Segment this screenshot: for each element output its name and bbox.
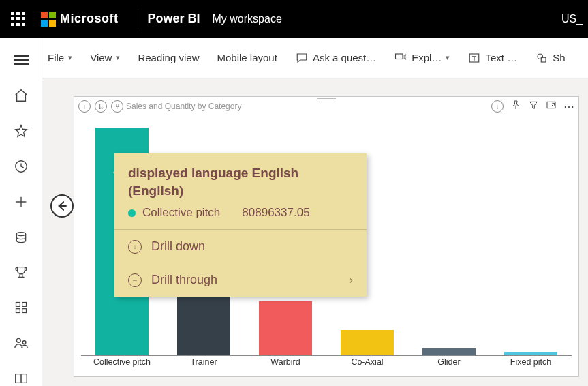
focus-icon[interactable] — [546, 100, 557, 113]
tooltip-title: displayed language English (English) — [128, 164, 353, 199]
file-label: File — [48, 52, 64, 63]
textbox-icon — [467, 52, 481, 64]
bar-fixed-pitch[interactable] — [504, 352, 557, 355]
filter-icon[interactable] — [528, 100, 539, 113]
mobile-label: Mobile layout — [217, 52, 277, 63]
bar-warbird[interactable] — [259, 301, 312, 355]
file-menu[interactable]: File▾ — [48, 52, 72, 63]
drill-down-action[interactable]: ↓ Drill down — [114, 230, 367, 263]
tooltip-series-value: 80896337.05 — [242, 206, 309, 220]
drill-mode-icon[interactable]: ↓ — [491, 100, 504, 113]
x-axis-label: Fixed pitch — [490, 357, 572, 372]
mobile-layout-button[interactable]: Mobile layout — [217, 52, 277, 63]
ask-label: Ask a quest… — [313, 52, 376, 63]
shared-icon[interactable] — [13, 336, 29, 351]
shapes-icon — [535, 52, 548, 64]
svg-point-11 — [22, 341, 26, 344]
goals-icon[interactable] — [13, 265, 29, 280]
svg-rect-0 — [41, 12, 48, 18]
svg-rect-6 — [16, 303, 20, 307]
shapes-button[interactable]: Sh — [535, 52, 565, 64]
bar-glider[interactable] — [422, 348, 476, 355]
svg-rect-2 — [41, 20, 48, 27]
more-icon[interactable]: ⋯ — [563, 100, 574, 113]
workspace-name[interactable]: My workspace — [213, 13, 282, 25]
explore-button[interactable]: Expl…▾ — [394, 52, 450, 64]
favorites-icon[interactable] — [13, 123, 29, 138]
drill-all-icon[interactable]: ⇊ — [95, 100, 107, 113]
drill-through-icon: → — [128, 273, 142, 287]
explore-label: Expl… — [412, 52, 442, 63]
svg-rect-1 — [49, 12, 56, 18]
visual-title: Sales and Quantity by Category — [126, 102, 241, 111]
chevron-down-icon: ▾ — [68, 53, 72, 62]
drill-down-icon: ↓ — [128, 240, 142, 254]
recent-icon[interactable] — [13, 159, 29, 174]
datapoint-tooltip: displayed language English (English) Col… — [114, 153, 367, 297]
reading-label: Reading view — [138, 52, 199, 63]
drag-handle[interactable] — [317, 98, 336, 102]
svg-point-10 — [16, 338, 20, 342]
x-axis-label: Collective pitch — [81, 357, 163, 372]
drill-through-action[interactable]: → Drill through › — [114, 263, 367, 297]
svg-point-5 — [16, 232, 25, 235]
x-axis-label: Warbird — [245, 357, 326, 372]
x-axis-label: Trainer — [163, 357, 245, 372]
chevron-right-icon: › — [349, 273, 353, 287]
shapes-label: Sh — [553, 52, 565, 63]
view-menu[interactable]: View▾ — [90, 52, 120, 63]
chat-icon — [295, 52, 309, 64]
apps-icon[interactable] — [13, 300, 29, 315]
microsoft-icon — [41, 12, 56, 27]
ask-question-button[interactable]: Ask a quest… — [295, 52, 376, 64]
microsoft-label: Microsoft — [60, 12, 119, 26]
svg-rect-7 — [22, 303, 26, 307]
reading-view-button[interactable]: Reading view — [138, 52, 199, 63]
user-label[interactable]: US_ — [561, 13, 583, 25]
expand-icon[interactable]: ⑂ — [111, 100, 123, 113]
svg-rect-9 — [22, 309, 26, 313]
drill-down-label: Drill down — [151, 239, 205, 254]
textbox-button[interactable]: Text … — [467, 52, 517, 64]
explore-icon — [394, 52, 407, 64]
create-icon[interactable] — [13, 194, 29, 209]
divider — [138, 8, 138, 31]
svg-rect-12 — [396, 54, 403, 59]
learn-icon[interactable] — [13, 371, 29, 386]
datasets-icon[interactable] — [13, 230, 29, 245]
drill-through-label: Drill through — [151, 273, 217, 287]
product-brand: Power BI — [148, 12, 200, 26]
drill-up-icon[interactable]: ↑ — [78, 100, 91, 113]
svg-rect-3 — [49, 20, 56, 27]
x-axis-label: Co-Axial — [326, 357, 408, 372]
tooltip-series-label: Collective pitch — [142, 206, 220, 220]
view-label: View — [90, 52, 112, 63]
chevron-down-icon: ▾ — [446, 53, 450, 62]
nav-toggle[interactable] — [13, 53, 29, 68]
microsoft-logo: Microsoft — [41, 12, 119, 27]
svg-rect-8 — [16, 309, 20, 313]
pin-icon[interactable] — [510, 100, 521, 113]
bar-co-axial[interactable] — [341, 330, 394, 355]
series-color-swatch — [128, 209, 136, 217]
svg-point-14 — [538, 54, 543, 59]
back-button[interactable] — [50, 194, 74, 218]
app-launcher-icon[interactable] — [7, 8, 29, 30]
chevron-down-icon: ▾ — [116, 53, 120, 62]
textbox-label: Text … — [485, 52, 517, 63]
x-axis-label: Glider — [408, 357, 490, 372]
home-icon[interactable] — [13, 88, 29, 103]
